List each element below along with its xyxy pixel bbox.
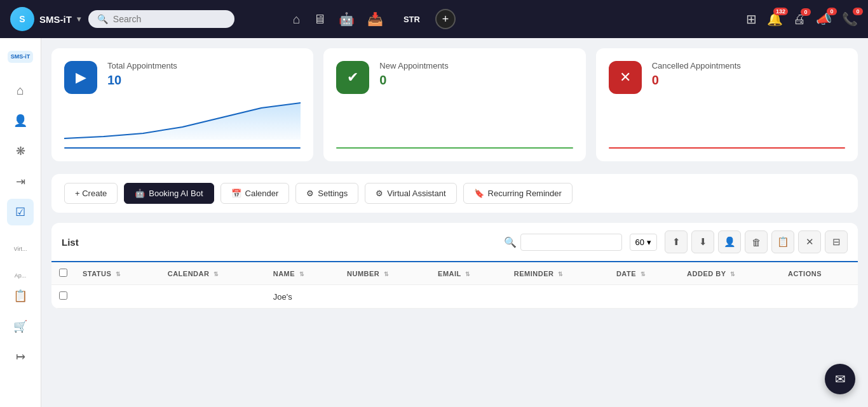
sidebar-item-notes[interactable]: 📋 (7, 283, 34, 309)
sidebar-item-home[interactable]: ⌂ (7, 77, 34, 103)
table-body: Joe's (51, 285, 858, 309)
settings-button[interactable]: ⚙ Settings (295, 183, 358, 204)
row-email (430, 285, 506, 309)
nav-center-icons: ⌂ 🖥 🤖 📥 (293, 11, 383, 27)
main-content: ▶ Total Appointments 10 (41, 38, 868, 407)
notification-icon[interactable]: 🔔 132 (767, 11, 783, 27)
stat-icon-cancelled: ✕ (609, 61, 642, 94)
stat-card-total: ▶ Total Appointments 10 (51, 48, 313, 161)
stat-card-cancelled: ✕ Cancelled Appointments 0 (596, 48, 858, 161)
sort-arrows-date[interactable]: ⇅ (641, 271, 646, 277)
stats-row: ▶ Total Appointments 10 (51, 48, 858, 161)
copy-icon[interactable]: 📋 (771, 230, 794, 253)
sidebar-logo: SMS-iT (6, 46, 35, 68)
sidebar-label-appointments: Ap... (15, 272, 27, 279)
str-label[interactable]: STR (403, 15, 420, 24)
th-status: STATUS ⇅ (75, 262, 160, 285)
stat-icon-new: ✔ (336, 61, 369, 94)
reminder-icon: 🔖 (474, 189, 484, 198)
stat-value-total: 10 (107, 73, 177, 88)
notification-badge: 132 (773, 8, 788, 15)
row-checkbox (51, 285, 75, 309)
row-name: Joe's (266, 285, 339, 309)
sidebar-item-calendar[interactable]: ☑ (7, 199, 34, 225)
stat-divider-total (64, 147, 301, 149)
sidebar-item-appointments[interactable] (7, 256, 34, 271)
per-page-value: 60 (635, 237, 644, 247)
per-page-select[interactable]: 60 ▾ (630, 234, 657, 251)
stat-title-new: New Appointments (379, 61, 448, 70)
stat-divider-new (336, 147, 573, 149)
recurring-reminder-button[interactable]: 🔖 Recurring Reminder (463, 183, 573, 204)
megaphone-icon[interactable]: 📣 0 (816, 11, 832, 27)
printer-badge: 0 (801, 8, 811, 16)
robot-nav-icon[interactable]: 🤖 (339, 11, 355, 27)
stat-divider-cancelled (609, 147, 845, 149)
sidebar-item-virtual-wrapper[interactable]: Virt... (7, 229, 34, 252)
sidebar-item-network[interactable]: ❋ (7, 138, 34, 164)
row-actions (780, 285, 858, 309)
inbox-nav-icon[interactable]: 📥 (367, 11, 383, 27)
table-header-row: STATUS ⇅ CALENDAR ⇅ NAME ⇅ NUMBER (51, 262, 858, 285)
list-search-input[interactable] (520, 234, 622, 251)
phone-badge: 0 (853, 8, 863, 15)
th-actions: ACTIONS (780, 262, 858, 285)
sort-arrows-added-by[interactable]: ⇅ (730, 271, 736, 277)
row-added-by (679, 285, 780, 309)
select-all-checkbox[interactable] (59, 269, 67, 277)
sort-arrows-reminder[interactable]: ⇅ (558, 271, 564, 277)
row-select-checkbox[interactable] (59, 291, 67, 300)
virtual-assistant-button[interactable]: ⚙ Virtual Assistant (365, 183, 456, 204)
app-layout: SMS-iT ⌂ 👤 ❋ ⇥ ☑ Virt... Ap... 📋 🛒 ↦ ▶ (0, 38, 868, 407)
sidebar-label-virtual: Virt... (14, 246, 27, 252)
calendar-icon: 📅 (231, 189, 241, 198)
calendar-button[interactable]: 📅 Calender (220, 183, 290, 204)
sort-arrows-name[interactable]: ⇅ (299, 271, 305, 277)
stat-chart-cancelled (609, 102, 845, 140)
th-email: EMAIL ⇅ (430, 262, 506, 285)
row-calendar (160, 285, 266, 309)
home-nav-icon[interactable]: ⌂ (293, 12, 301, 27)
search-input[interactable] (113, 14, 221, 24)
sidebar-item-steps[interactable]: ⇥ (7, 168, 34, 195)
sort-arrows-email[interactable]: ⇅ (465, 271, 471, 277)
column-icon[interactable]: ⊟ (825, 230, 848, 253)
stat-card-new: ✔ New Appointments 0 (323, 48, 585, 161)
list-table: STATUS ⇅ CALENDAR ⇅ NAME ⇅ NUMBER (51, 262, 858, 309)
download-icon[interactable]: ⬇ (691, 230, 714, 253)
monitor-nav-icon[interactable]: 🖥 (313, 12, 326, 27)
nav-right-icons: ⊞ 🔔 132 🖨 0 📣 0 📞 0 (746, 11, 858, 27)
list-search-icon: 🔍 (504, 236, 517, 248)
sort-arrows-number[interactable]: ⇅ (384, 271, 390, 277)
sidebar-item-export[interactable]: ↦ (7, 344, 34, 370)
delete-icon[interactable]: 🗑 (745, 230, 768, 253)
user-add-icon[interactable]: 👤 (718, 230, 741, 253)
list-search: 🔍 (504, 234, 622, 251)
brand-area[interactable]: S SMS-iT ▾ (10, 7, 81, 31)
sort-arrows-status[interactable]: ⇅ (116, 271, 121, 277)
chat-bubble-button[interactable]: ✉ (825, 364, 855, 394)
grid-icon[interactable]: ⊞ (746, 11, 757, 27)
stat-title-cancelled: Cancelled Appointments (652, 61, 741, 70)
row-reminder (506, 285, 609, 309)
booking-ai-button[interactable]: 🤖 Booking AI Bot (124, 183, 214, 204)
th-calendar: CALENDAR ⇅ (160, 262, 266, 285)
printer-icon[interactable]: 🖨 0 (793, 12, 806, 27)
sidebar-item-appointments-wrapper[interactable]: Ap... (7, 256, 34, 279)
table-row: Joe's (51, 285, 858, 309)
th-checkbox (51, 262, 75, 285)
sidebar-item-person[interactable]: 👤 (7, 107, 34, 134)
toolbar: + Create 🤖 Booking AI Bot 📅 Calender ⚙ S… (51, 174, 858, 213)
sidebar-item-virtual[interactable] (7, 229, 34, 244)
plus-button[interactable]: + (435, 9, 456, 29)
sort-arrows-calendar[interactable]: ⇅ (214, 271, 219, 277)
stat-value-cancelled: 0 (652, 73, 741, 88)
upload-icon[interactable]: ⬆ (665, 230, 688, 253)
cancel-icon[interactable]: ✕ (798, 230, 821, 253)
row-status (75, 285, 160, 309)
create-button[interactable]: + Create (64, 183, 118, 204)
chat-icon: ✉ (835, 371, 846, 387)
phone-icon[interactable]: 📞 0 (842, 11, 858, 27)
search-box[interactable]: 🔍 (88, 10, 234, 28)
sidebar-item-cart[interactable]: 🛒 (7, 313, 34, 340)
